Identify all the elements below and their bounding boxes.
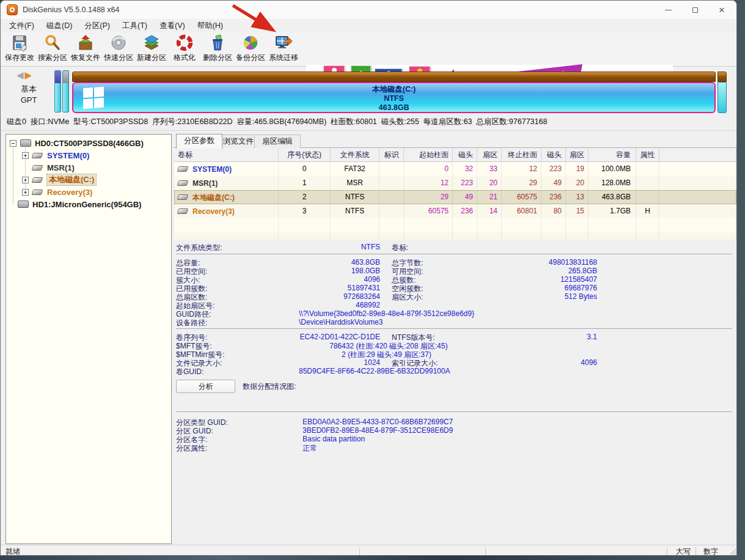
menu-view[interactable]: 查看(V) — [153, 19, 191, 32]
ntfs-version-label: NTFS版本号: — [392, 333, 435, 343]
partition-bar-system[interactable] — [54, 70, 61, 112]
mft-label: $MFT簇号: — [176, 341, 212, 352]
volume-guid-value: 85D9C4FE-8F66-4C22-89BE-6B32DD99100A — [299, 367, 450, 375]
disk-map: ◀▶ 基本 GPT 本地磁盘(C:) NTFS 463.8GB — [1, 67, 737, 116]
partition-type-guid-value: EBD0A0A2-B9E5-4433-87C0-68B6B72699C7 — [303, 418, 453, 426]
tree-item-hd0[interactable]: HD0:CT500P3PSSD8(466GB) — [10, 137, 144, 149]
volume-label-label: 卷标: — [392, 243, 408, 253]
pie-icon — [241, 34, 260, 52]
partition-attr-value: 正常 — [303, 443, 317, 454]
delete-partition-button[interactable]: 删除分区 — [201, 34, 234, 65]
partition-c-name: 本地磁盘(C:) — [73, 85, 714, 94]
volume-serial-value: EC42-2D01-422C-D1DE — [233, 333, 380, 341]
expand-icon[interactable] — [22, 189, 29, 196]
nav-right-icon[interactable]: ▶ — [25, 70, 34, 80]
partition-icon — [177, 194, 189, 200]
menu-help[interactable]: 帮助(H) — [191, 19, 229, 32]
tree-item-hd1[interactable]: HD1:JMicronGeneric(954GB) — [10, 198, 141, 210]
mft-value: 786432 (柱面:420 磁头:208 扇区:45) — [329, 341, 447, 352]
table-row[interactable]: SYSTEM(0) 0 FAT32 0 32 33 12 223 19 100.… — [174, 162, 736, 176]
partition-icon — [32, 165, 43, 171]
tab-sector-edit[interactable]: 扇区编辑 — [254, 134, 301, 148]
menu-tools[interactable]: 工具(T) — [116, 19, 153, 32]
partition-bar-recovery[interactable] — [717, 82, 727, 113]
partition-icon — [177, 180, 189, 186]
minimize-button[interactable] — [655, 1, 681, 19]
nav-left-icon[interactable]: ◀ — [17, 70, 25, 80]
menu-bar: 文件(F) 磁盘(D) 分区(P) 工具(T) 查看(V) 帮助(H) — [1, 19, 736, 32]
status-ready: 就绪 — [6, 547, 20, 556]
menu-file[interactable]: 文件(F) — [3, 19, 40, 32]
partition-icon — [32, 153, 43, 158]
menu-partition[interactable]: 分区(P) — [78, 19, 116, 32]
resize-grip[interactable] — [729, 548, 736, 555]
ntfs-type-band — [72, 72, 716, 82]
partition-icon — [32, 190, 43, 195]
trash-icon — [208, 34, 227, 52]
backup-partition-button[interactable]: 备份分区 — [234, 34, 267, 65]
expand-icon[interactable] — [22, 152, 29, 159]
allocation-map-label: 数据分配情况图: — [243, 381, 296, 392]
table-header-row: 卷标 序号(状态) 文件系统 标识 起始柱面 磁头 扇区 终止柱面 磁头 扇区 … — [174, 148, 736, 162]
tree-item-recovery[interactable]: Recovery(3) — [22, 186, 92, 198]
partition-c-fs: NTFS — [73, 94, 714, 103]
ntfs-version-value: 3.1 — [416, 333, 597, 341]
close-button[interactable]: ✕ — [708, 1, 735, 19]
tree-item-local-c[interactable]: 本地磁盘(C:) — [22, 174, 96, 186]
save-changes-button[interactable]: 保存更改 — [3, 34, 36, 65]
expand-icon[interactable] — [22, 177, 29, 183]
partition-attr-label: 分区属性: — [176, 443, 207, 454]
mftmirr-value: 2 (柱面:29 磁头:49 扇区:37) — [342, 350, 431, 360]
volume-serial-label: 卷序列号: — [176, 333, 207, 343]
system-migration-button[interactable]: 系统迁移 — [267, 34, 300, 65]
recover-files-button[interactable]: 恢复文件 — [69, 34, 102, 65]
format-button[interactable]: 格式化 — [168, 34, 201, 65]
table-row[interactable]: MSR(1) 1 MSR 12 223 20 29 49 20 128.0MB — [174, 176, 736, 190]
index-record-value: 4096 — [416, 358, 597, 367]
analyze-button[interactable]: 分析 — [176, 380, 235, 393]
tree-item-msr[interactable]: MSR(1) — [22, 161, 75, 174]
partition-bar-msr[interactable] — [62, 70, 69, 112]
table-row[interactable]: Recovery(3) 3 NTFS 60575 236 14 60801 80… — [174, 204, 736, 218]
status-numlock: 数字 — [699, 547, 722, 556]
screen: DiskGenius V5.5.0.1488 x64 ✕ 文件(F) 磁盘(D)… — [0, 0, 745, 560]
hard-disk-icon — [18, 201, 29, 208]
maximize-button[interactable] — [681, 1, 708, 19]
table-row-empty — [174, 232, 736, 240]
partition-guid-label: 分区 GUID: — [176, 426, 213, 437]
partition-name-value: Basic data partition — [303, 435, 365, 443]
volume-guid-label: 卷GUID: — [176, 367, 204, 377]
guid-path-label: GUID路径: — [176, 309, 211, 320]
partition-table: 卷标 序号(状态) 文件系统 标识 起始柱面 磁头 扇区 终止柱面 磁头 扇区 … — [174, 148, 736, 240]
partition-c-size: 463.8GB — [73, 103, 714, 112]
status-bar: 就绪 大写 数字 — [1, 545, 737, 556]
disk-info-line: 磁盘0 接口:NVMe 型号:CT500P3PSSD8 序列号:2310E6B8… — [7, 117, 547, 127]
table-row-empty — [174, 218, 736, 232]
index-record-label: 索引记录大小: — [392, 358, 438, 369]
quick-partition-button[interactable]: 快速分区 — [102, 34, 135, 65]
collapse-icon[interactable] — [10, 140, 17, 147]
floppy-save-icon — [10, 34, 29, 52]
mftmirr-label: $MFTMirr簇号: — [176, 350, 224, 360]
window-title: DiskGenius V5.5.0.1488 x64 — [23, 6, 119, 14]
tab-partition-params[interactable]: 分区参数 — [176, 134, 222, 149]
status-capslock: 大写 — [672, 547, 695, 556]
magnifier-icon — [43, 34, 62, 52]
partition-type-guid-label: 分区类型 GUID: — [176, 418, 228, 428]
format-disc-icon — [175, 34, 194, 52]
partition-bar-c[interactable]: 本地磁盘(C:) NTFS 463.8GB — [72, 82, 716, 113]
menu-disk[interactable]: 磁盘(D) — [40, 19, 78, 32]
search-partition-button[interactable]: 搜索分区 — [36, 34, 69, 65]
toolbar: 保存更改 搜索分区 恢复文件 — [1, 32, 736, 67]
file-record-label: 文件记录大小: — [176, 358, 222, 369]
table-row-selected[interactable]: 本地磁盘(C:) 2 NTFS 29 49 21 60575 236 13 46… — [174, 190, 736, 204]
tree-item-system[interactable]: SYSTEM(0) — [22, 149, 89, 161]
new-partition-button[interactable]: 新建分区 — [135, 34, 168, 65]
app-logo-icon — [7, 4, 18, 15]
file-record-value: 1024 — [233, 358, 380, 367]
tab-strip: 分区参数 浏览文件 扇区编辑 — [174, 134, 737, 148]
app-window: DiskGenius V5.5.0.1488 x64 ✕ 文件(F) 磁盘(D)… — [0, 0, 737, 556]
fs-type-value: NTFS — [233, 243, 380, 251]
partition-icon — [32, 177, 43, 183]
ntfs-type-band — [717, 72, 727, 82]
